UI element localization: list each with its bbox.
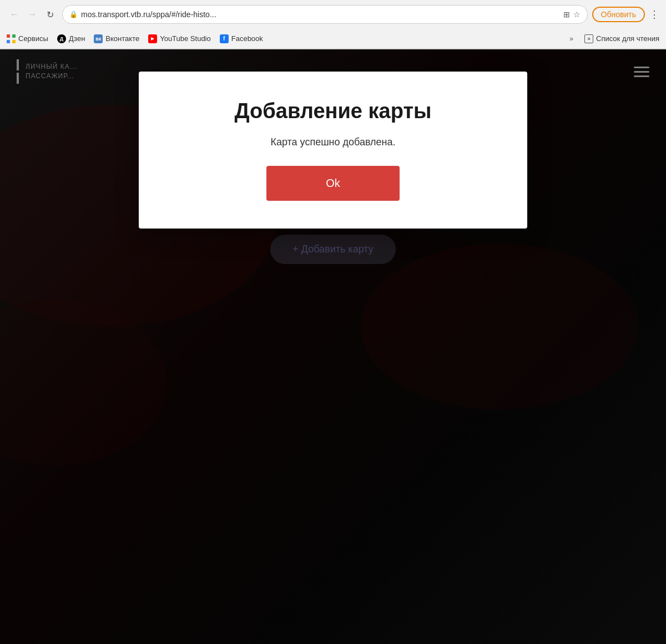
nav-buttons: ← → ↻	[7, 7, 58, 22]
forward-button[interactable]: →	[24, 7, 40, 22]
bookmark-youtube[interactable]: ▶ YouTube Studio	[148, 34, 211, 43]
star-icon[interactable]: ☆	[573, 10, 581, 19]
modal-ok-button[interactable]: Ok	[266, 166, 400, 201]
bookmark-vk-label: Вконтакте	[105, 34, 139, 43]
dzen-icon: Д	[57, 34, 66, 43]
update-button[interactable]: Обновить	[592, 7, 645, 22]
bookmark-dzen-label: Дзен	[69, 34, 85, 43]
reading-list-label: Список для чтения	[596, 34, 659, 43]
page-content: ЛИЧНЫЙ КА... ПАССАЖИР... Для просмотра и…	[0, 49, 666, 644]
browser-right: Обновить ⋮	[592, 7, 659, 22]
bookmark-youtube-label: YouTube Studio	[160, 34, 211, 43]
bookmark-facebook[interactable]: f Facebook	[220, 34, 263, 43]
bookmark-services[interactable]: Сервисы	[7, 34, 48, 43]
reading-list[interactable]: ≡ Список для чтения	[584, 34, 659, 43]
modal-title: Добавление карты	[235, 99, 432, 123]
browser-menu-icon[interactable]: ⋮	[649, 8, 659, 21]
vk-icon: вк	[94, 34, 103, 43]
bookmarks-bar: Сервисы Д Дзен вк Вконтакте ▶ YouTube St…	[0, 29, 666, 49]
bookmarks-more-icon[interactable]: »	[569, 35, 573, 43]
reload-button[interactable]: ↻	[42, 7, 58, 22]
svg-rect-2	[7, 40, 10, 43]
modal-overlay: Добавление карты Карта успешно добавлена…	[0, 49, 666, 644]
address-bar[interactable]: 🔒 mos.transport.vtb.ru/sppa/#/ride-histo…	[62, 5, 588, 24]
translate-icon[interactable]: ⊞	[563, 10, 570, 19]
modal-message: Карта успешно добавлена.	[270, 136, 395, 148]
bookmark-services-label: Сервисы	[18, 34, 48, 43]
browser-toolbar: ← → ↻ 🔒 mos.transport.vtb.ru/sppa/#/ride…	[0, 0, 666, 29]
lock-icon: 🔒	[69, 11, 78, 18]
address-text: mos.transport.vtb.ru/sppa/#/ride-histo..…	[81, 10, 560, 19]
bookmark-dzen[interactable]: Д Дзен	[57, 34, 85, 43]
modal-dialog: Добавление карты Карта успешно добавлена…	[139, 72, 527, 229]
reading-list-icon: ≡	[584, 34, 593, 43]
svg-rect-1	[12, 34, 16, 38]
facebook-icon: f	[220, 34, 229, 43]
services-icon	[7, 34, 16, 43]
youtube-icon: ▶	[148, 34, 157, 43]
back-button[interactable]: ←	[7, 7, 22, 22]
bookmark-facebook-label: Facebook	[231, 34, 263, 43]
bookmark-vk[interactable]: вк Вконтакте	[94, 34, 139, 43]
svg-rect-3	[12, 40, 16, 43]
browser-chrome: ← → ↻ 🔒 mos.transport.vtb.ru/sppa/#/ride…	[0, 0, 666, 49]
svg-rect-0	[7, 34, 10, 38]
